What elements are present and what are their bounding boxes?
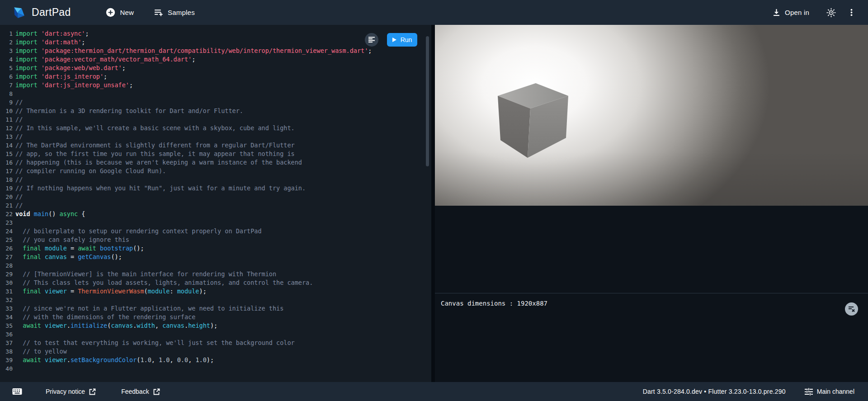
render-canvas-3d[interactable]: [435, 25, 868, 206]
line-number: 3: [0, 47, 13, 55]
line-number: 5: [0, 64, 13, 72]
line-number: 26: [0, 244, 13, 253]
line-number: 32: [0, 296, 13, 304]
code-line: 31 final viewer = ThermionViewerWasm(mod…: [0, 287, 431, 296]
line-number: 37: [0, 339, 13, 347]
open-in-new-icon: [153, 388, 160, 395]
feedback-link[interactable]: Feedback: [121, 388, 160, 395]
top-bar-actions: Open in: [773, 8, 855, 17]
code-line: 9//: [0, 98, 431, 107]
open-in-label: Open in: [785, 9, 809, 16]
channel-label: Main channel: [817, 388, 854, 395]
privacy-notice-link[interactable]: Privacy notice: [46, 388, 96, 395]
line-number: 28: [0, 261, 13, 270]
keyboard-shortcuts-button[interactable]: [12, 388, 22, 395]
samples-button[interactable]: Samples: [154, 8, 195, 17]
format-code-button[interactable]: [365, 33, 378, 47]
code-line: 33 // since we're not in a Flutter appli…: [0, 304, 431, 313]
run-button-label: Run: [401, 36, 412, 43]
code-line: 5import 'package:web/web.dart';: [0, 64, 431, 72]
console-output: Canvas dimensions : 868x401: [435, 293, 868, 307]
code-editor[interactable]: 1import 'dart:async';2import 'dart:math'…: [0, 25, 431, 382]
line-number: 35: [0, 321, 13, 330]
code-line: 23: [0, 218, 431, 227]
code-line: 30 // This class lets you load assets, l…: [0, 278, 431, 287]
download-icon: [773, 9, 780, 16]
line-number: 39: [0, 356, 13, 364]
code-line: 38 // to yellow: [0, 347, 431, 356]
code-line: 17// compiler running on Google Cloud Ru…: [0, 167, 431, 175]
line-number: 31: [0, 287, 13, 296]
code-line: 27 final canvas = getCanvas();: [0, 253, 431, 261]
version-info: Dart 3.5.0-284.0.dev • Flutter 3.23.0-13…: [643, 388, 786, 395]
samples-button-label: Samples: [168, 9, 195, 16]
line-number: 34: [0, 313, 13, 321]
line-number: 14: [0, 141, 13, 150]
run-button[interactable]: Run: [387, 33, 417, 47]
top-bar: DartPad New Samples: [0, 0, 868, 25]
line-number: 22: [0, 210, 13, 218]
code-line: 7import 'dart:js_interop_unsafe';: [0, 81, 431, 90]
code-line: 29 // [ThermionViewer] is the main inter…: [0, 270, 431, 278]
new-button-label: New: [120, 9, 134, 16]
new-button[interactable]: New: [106, 8, 134, 17]
editor-scrollbar[interactable]: [426, 36, 429, 166]
playlist-add-icon: [154, 8, 163, 17]
line-number: 33: [0, 304, 13, 313]
line-number: 6: [0, 72, 13, 81]
line-number: 19: [0, 184, 13, 193]
code-line: 34 // with the dimensions of the renderi…: [0, 313, 431, 321]
line-number: 24: [0, 227, 13, 236]
code-line: 20//: [0, 193, 431, 201]
code-line: 16// happening (this is because we aren'…: [0, 158, 431, 167]
tune-icon: [805, 387, 813, 396]
dart-logo-icon: [12, 5, 26, 19]
line-number: 23: [0, 218, 13, 227]
status-bar: Privacy notice Feedback Dart 3.5.0-284.0…: [0, 382, 868, 401]
feedback-label: Feedback: [121, 388, 149, 395]
line-number: 36: [0, 330, 13, 339]
main-split: 1import 'dart:async';2import 'dart:math'…: [0, 25, 868, 382]
code-line: 4import 'package:vector_math/vector_math…: [0, 55, 431, 64]
code-line: 25 // you can safely ignore this: [0, 236, 431, 244]
code-line: 11//: [0, 115, 431, 124]
channel-selector-button[interactable]: Main channel: [805, 387, 854, 396]
line-number: 9: [0, 98, 13, 107]
line-number: 21: [0, 201, 13, 210]
console-panel: Canvas dimensions : 868x401: [435, 293, 868, 382]
code-line: 14// The DartPad environment is slightly…: [0, 141, 431, 150]
code-line: 39 await viewer.setBackgroundColor(1.0, …: [0, 356, 431, 364]
code-line: 8: [0, 90, 431, 98]
code-line: 15// app, so the first time you run this…: [0, 150, 431, 158]
brightness-icon: [826, 8, 836, 17]
code-line: 37 // to test that everything is working…: [0, 339, 431, 347]
line-number: 1: [0, 29, 13, 38]
line-number: 16: [0, 158, 13, 167]
theme-toggle-button[interactable]: [826, 8, 836, 17]
code-line: 3import 'package:thermion_dart/thermion_…: [0, 47, 431, 55]
play-icon: [392, 38, 396, 42]
overflow-menu-button[interactable]: [848, 9, 855, 16]
more-vert-icon: [848, 9, 855, 16]
line-number: 27: [0, 253, 13, 261]
code-line: 10// Thermion is a 3D rendering toolkit …: [0, 107, 431, 115]
app-title: DartPad: [32, 6, 71, 19]
cube-3d: [497, 82, 569, 159]
line-number: 25: [0, 236, 13, 244]
output-panel: Canvas dimensions : 868x401: [435, 25, 868, 382]
add-circle-icon: [106, 8, 115, 17]
line-number: 20: [0, 193, 13, 201]
clear-console-icon: [848, 306, 855, 312]
open-in-new-icon: [89, 388, 96, 395]
code-line: 24 // boilerplate to setup our rendering…: [0, 227, 431, 236]
keyboard-icon: [12, 388, 22, 395]
line-number: 18: [0, 175, 13, 184]
code-line: 28: [0, 261, 431, 270]
line-number: 12: [0, 124, 13, 132]
line-number: 7: [0, 81, 13, 90]
line-number: 11: [0, 115, 13, 124]
open-in-button[interactable]: Open in: [773, 9, 809, 16]
line-number: 4: [0, 55, 13, 64]
clear-console-button[interactable]: [845, 302, 858, 316]
line-number: 40: [0, 364, 13, 373]
